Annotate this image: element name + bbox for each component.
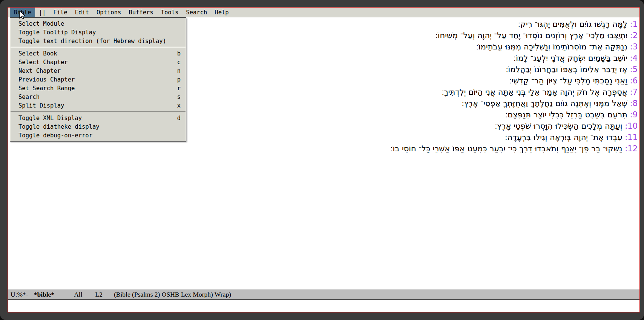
menu-search[interactable]: Search [182, 8, 211, 17]
verse-number: 11: [625, 133, 638, 142]
menu-item-label: Toggle Tooltip Display [18, 29, 96, 36]
verse-number: 3: [630, 42, 638, 51]
menu-item-label: Set Search Range [18, 85, 75, 92]
bible-menu-dropdown: Select Module Toggle Tooltip Display Tog… [10, 17, 186, 142]
menu-item-next-chapter[interactable]: Next Chaptern [10, 66, 186, 75]
modeline-coding-flags: U:%*- [11, 291, 28, 298]
menu-item-label: Select Book [18, 50, 57, 57]
verse-text: שְׁאַל מִמֶּנִּי וְאֶתְּנָה גוֹיִם נַחֲל… [462, 99, 627, 108]
menu-bar: Bible || File Edit Options Buffers Tools… [8, 8, 639, 17]
menu-item-shortcut: n [177, 68, 181, 74]
verse-number: 1: [630, 20, 638, 29]
verse-text: עִבְדוּ אֶת־ יְהוָה בְּיִרְאָה וְגִילוּ … [505, 133, 622, 142]
menu-separator-line [11, 47, 186, 48]
menu-item-shortcut: b [177, 50, 181, 57]
menu-item-shortcut: d [177, 115, 181, 122]
menu-item-shortcut: r [177, 85, 181, 92]
menu-separator: || [35, 8, 50, 17]
menu-item-label: Split Display [18, 102, 64, 109]
menu-file[interactable]: File [49, 8, 71, 17]
menu-item-label: Next Chapter [18, 68, 61, 74]
echo-area[interactable] [8, 300, 639, 312]
menu-item-shortcut: x [177, 102, 181, 109]
verse-text: וַאֲנִי נָסַכְתִּי מַלְכִּי עַל־ צִיּוֹן… [509, 76, 627, 85]
menu-tools[interactable]: Tools [157, 8, 182, 17]
menu-item-search[interactable]: Searchs [10, 92, 186, 101]
menu-item-label: Toggle debug-on-error [18, 132, 92, 139]
verse-number: 12: [625, 144, 638, 153]
verse-number: 9: [630, 110, 638, 119]
menu-edit[interactable]: Edit [71, 8, 93, 17]
verse-number: 10: [625, 122, 638, 131]
verse-number: 2: [630, 31, 638, 40]
menu-item-set-search-range[interactable]: Set Search Ranger [10, 84, 186, 92]
verse-text: תְּרֹעֵם בְּשֵׁבֶט בַּרְזֶל כִּכְלִי יוֹ… [505, 110, 627, 119]
menu-item-label: Toggle diatheke display [18, 123, 100, 130]
menu-bible[interactable]: Bible [10, 8, 35, 17]
verse-number: 4: [630, 54, 638, 63]
menu-help[interactable]: Help [211, 8, 232, 17]
menu-item-toggle-text-direction[interactable]: Toggle text direction (for Hebrew displa… [10, 37, 186, 45]
verse-number: 5: [630, 65, 638, 74]
menu-item-label: Search [18, 94, 40, 100]
menu-item-toggle-diatheke-display[interactable]: Toggle diatheke display [10, 122, 186, 131]
verse-line-12: 12: נַשְּׁקוּ־ בַר פֶּן־ יֶאֱנַף וְתֹאבְ… [8, 143, 638, 154]
menu-options[interactable]: Options [93, 8, 125, 17]
mode-line[interactable]: U:%*- *bible* All L2 (Bible (Psalms 2) O… [8, 289, 639, 300]
menu-buffers[interactable]: Buffers [125, 8, 157, 17]
emacs-window: Bible || File Edit Options Buffers Tools… [8, 7, 640, 312]
desktop-background: Bible || File Edit Options Buffers Tools… [0, 0, 644, 320]
menu-item-select-book[interactable]: Select Bookb [10, 49, 186, 58]
menu-item-previous-chapter[interactable]: Previous Chapterp [10, 75, 186, 84]
menu-item-select-chapter[interactable]: Select Chapterc [10, 58, 186, 66]
menu-item-label: Select Chapter [18, 59, 68, 66]
verse-number: 6: [630, 76, 638, 85]
verse-text: לָמָּה רָגְשׁוּ גוֹיִם וּלְאֻמִּים יֶהְג… [518, 20, 627, 29]
menu-item-split-display[interactable]: Split Displayx [10, 101, 186, 110]
verse-number: 7: [630, 88, 638, 97]
verse-text: יוֹשֵׁב בַּשָּׁמַיִם יִשְׂחָק אֲדֹנָי יִ… [514, 54, 627, 63]
menu-item-shortcut: s [177, 94, 181, 100]
menu-item-toggle-debug-on-error[interactable]: Toggle debug-on-error [10, 131, 186, 140]
menu-item-toggle-xml-display[interactable]: Toggle XML Displayd [10, 114, 186, 122]
verse-text: נְנַתְּקָה אֶת־ מוֹסְרוֹתֵימוֹ וְנַשְׁלִ… [476, 42, 627, 51]
menu-item-shortcut: p [177, 76, 181, 83]
menu-item-select-module[interactable]: Select Module [10, 19, 186, 28]
verse-text: יִתְיַצְּבוּ מַלְכֵי־ אֶרֶץ וְרוֹזְנִים … [435, 31, 627, 40]
verse-text: נַשְּׁקוּ־ בַר פֶּן־ יֶאֱנַף וְתֹאבְדוּ … [390, 144, 622, 153]
modeline-major-modes: (Bible (Psalms 2) OSHB Lex Morph) Wrap) [114, 291, 231, 298]
verse-text: אָז יְדַבֵּר אֵלֵימוֹ בְאַפּוֹ וּבַחֲרוֹ… [506, 65, 627, 74]
modeline-buffer-name: *bible* [34, 291, 54, 298]
menu-separator-line [11, 111, 186, 112]
verse-text: אֲסַפְּרָה אֶל חֹק יְהוָה אָמַר אֵלַי בְ… [442, 88, 627, 97]
menu-item-label: Select Module [18, 20, 64, 27]
modeline-line-number: L2 [95, 291, 103, 298]
menu-item-label: Toggle text direction (for Hebrew displa… [18, 38, 166, 45]
menu-item-label: Toggle XML Display [18, 115, 82, 122]
menu-item-shortcut: c [177, 59, 181, 66]
menu-item-label: Previous Chapter [18, 76, 75, 83]
verse-number: 8: [630, 99, 638, 108]
verse-text: וְעַתָּה מְלָכִים הַשְׂכִּילוּ הִוָּסְרו… [495, 122, 622, 131]
modeline-position: All [74, 291, 82, 298]
menu-item-toggle-tooltip-display[interactable]: Toggle Tooltip Display [10, 28, 186, 37]
